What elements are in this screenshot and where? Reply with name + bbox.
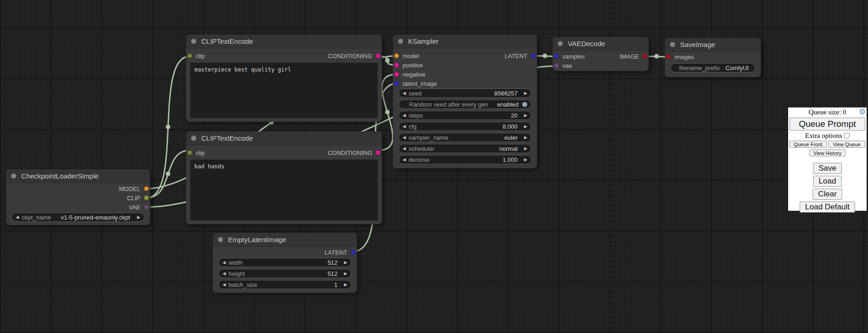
widget-width[interactable]: ◀ width 512 ▶ — [218, 258, 351, 267]
decrement-arrow-icon[interactable]: ◀ — [403, 147, 406, 151]
load-button[interactable]: Load — [813, 176, 842, 187]
collapse-dot-icon[interactable] — [11, 173, 16, 178]
output-dot-latent[interactable] — [351, 250, 356, 255]
widget-denoise[interactable]: ◀ denoise 1.000 ▶ — [398, 155, 531, 164]
widget-value: 8566257 — [494, 90, 518, 97]
widget-filename-prefix[interactable]: filename_prefix ComfyUI — [670, 63, 755, 72]
toggle-dot-icon[interactable] — [522, 102, 527, 107]
output-dot-latent[interactable] — [531, 54, 536, 58]
input-dot-negative[interactable] — [394, 72, 399, 77]
increment-arrow-icon[interactable]: ▶ — [524, 125, 527, 129]
increment-arrow-icon[interactable]: ▶ — [524, 136, 527, 140]
node-checkpoint-loader[interactable]: CheckpointLoaderSimple MODEL CLIP VAE ◀ … — [6, 169, 150, 225]
queue-prompt-button[interactable]: Queue Prompt — [790, 118, 865, 131]
positive-prompt-textarea[interactable]: masterpiece best quality girl — [190, 63, 378, 118]
input-dot-latent-image[interactable] — [394, 81, 399, 86]
node-empty-latent-image[interactable]: EmptyLatentImage LATENT ◀ width 512 ▶ ◀ … — [213, 233, 357, 293]
collapse-dot-icon[interactable] — [558, 41, 563, 46]
output-label: CONDITIONING — [328, 149, 372, 156]
decrement-arrow-icon[interactable]: ◀ — [403, 158, 406, 162]
widget-label: scheduler — [409, 145, 434, 152]
widget-batch-size[interactable]: ◀ batch_size 1 ▶ — [218, 280, 351, 289]
input-label: model — [403, 53, 419, 59]
decrement-arrow-icon[interactable]: ◀ — [16, 215, 19, 220]
extra-options-checkbox[interactable] — [844, 133, 850, 138]
collapse-dot-icon[interactable] — [218, 237, 223, 242]
output-label: VAE — [129, 204, 140, 211]
increment-arrow-icon[interactable]: ▶ — [524, 91, 527, 95]
node-clip-positive-titlebar[interactable]: CLIPTextEncode — [186, 35, 382, 48]
widget-value: 1 — [334, 281, 338, 288]
clear-button[interactable]: Clear — [813, 189, 843, 200]
output-dot-conditioning[interactable] — [376, 54, 380, 58]
decrement-arrow-icon[interactable]: ◀ — [223, 283, 226, 287]
collapse-dot-icon[interactable] — [670, 42, 675, 47]
increment-arrow-icon[interactable]: ▶ — [524, 158, 527, 162]
node-clip-text-encode-positive[interactable]: CLIPTextEncode clip CONDITIONING masterp… — [186, 35, 382, 122]
collapse-dot-icon[interactable] — [398, 39, 403, 44]
graph-canvas[interactable]: { "canvas": { "background": "#222222", "… — [0, 0, 868, 333]
node-vae-decode-titlebar[interactable]: VAEDecode — [553, 37, 649, 51]
widget-cfg[interactable]: ◀ cfg 8.000 ▶ — [398, 122, 531, 131]
widget-scheduler[interactable]: ◀ scheduler normal ▶ — [398, 144, 531, 153]
queue-front-button[interactable]: Queue Front — [790, 141, 827, 148]
decrement-arrow-icon[interactable]: ◀ — [223, 272, 226, 276]
input-dot-model[interactable] — [394, 54, 399, 58]
output-dot-clip[interactable] — [144, 196, 149, 200]
load-default-button[interactable]: Load Default — [800, 202, 855, 213]
increment-arrow-icon[interactable]: ▶ — [344, 272, 347, 276]
decrement-arrow-icon[interactable]: ◀ — [403, 91, 406, 95]
collapse-dot-icon[interactable] — [191, 39, 196, 44]
widget-random-seed-toggle[interactable]: Random seed after every gen enabled — [398, 100, 531, 109]
input-dot-samples[interactable] — [554, 54, 559, 59]
node-clip-negative-titlebar[interactable]: CLIPTextEncode — [186, 131, 382, 145]
widget-ckpt-name[interactable]: ◀ ckpt_name v1-5-pruned-emaonly.ckpt ▶ — [12, 213, 145, 222]
decrement-arrow-icon[interactable]: ◀ — [403, 113, 406, 118]
widget-sampler-name[interactable]: ◀ sampler_name euler ▶ — [398, 133, 531, 142]
increment-arrow-icon[interactable]: ▶ — [344, 261, 347, 265]
node-save-image-titlebar[interactable]: SaveImage — [665, 38, 761, 52]
node-ksampler[interactable]: KSampler model LATENT positive negative … — [393, 35, 537, 168]
node-vae-decode[interactable]: VAEDecode samples IMAGE vae — [553, 37, 649, 71]
input-dot-positive[interactable] — [394, 63, 399, 67]
input-label: vae — [562, 62, 572, 69]
input-dot-vae[interactable] — [554, 63, 559, 68]
decrement-arrow-icon[interactable]: ◀ — [403, 125, 406, 129]
view-queue-button[interactable]: View Queue — [828, 141, 866, 148]
node-checkpoint-loader-titlebar[interactable]: CheckpointLoaderSimple — [6, 169, 150, 183]
input-dot-clip[interactable] — [187, 54, 192, 58]
node-save-image[interactable]: SaveImage images filename_prefix ComfyUI — [665, 38, 761, 77]
output-dot-vae[interactable] — [144, 205, 149, 209]
negative-prompt-textarea[interactable]: bad hands — [190, 160, 378, 220]
node-empty-latent-titlebar[interactable]: EmptyLatentImage — [213, 233, 357, 247]
output-dot-image[interactable] — [643, 54, 647, 59]
increment-arrow-icon[interactable]: ▶ — [524, 113, 527, 118]
queue-panel: Queue size: 0 ⚙ Queue Prompt Extra optio… — [788, 107, 867, 211]
widget-value: v1-5-pruned-emaonly.ckpt — [61, 214, 130, 221]
node-ksampler-titlebar[interactable]: KSampler — [393, 35, 537, 48]
widget-steps[interactable]: ◀ steps 20 ▶ — [398, 111, 531, 120]
decrement-arrow-icon[interactable]: ◀ — [223, 261, 226, 265]
widget-seed[interactable]: ◀ seed 8566257 ▶ — [398, 89, 531, 98]
node-clip-text-encode-negative[interactable]: CLIPTextEncode clip CONDITIONING bad han… — [186, 131, 382, 224]
increment-arrow-icon[interactable]: ▶ — [524, 147, 527, 151]
increment-arrow-icon[interactable]: ▶ — [344, 283, 347, 287]
input-dot-clip[interactable] — [187, 150, 192, 155]
widget-label: Random seed after every gen — [409, 101, 488, 108]
widget-label: filename_prefix — [679, 65, 720, 71]
output-dot-model[interactable] — [144, 186, 149, 191]
node-title: VAEDecode — [568, 40, 605, 48]
view-history-button[interactable]: View History — [809, 149, 845, 156]
widget-label: batch_size — [229, 281, 257, 288]
decrement-arrow-icon[interactable]: ◀ — [403, 136, 406, 140]
save-button[interactable]: Save — [813, 163, 842, 174]
output-dot-conditioning[interactable] — [376, 150, 380, 155]
input-label: negative — [403, 71, 425, 78]
collapse-dot-icon[interactable] — [191, 136, 196, 141]
widget-value: 512 — [327, 270, 338, 277]
widget-height[interactable]: ◀ height 512 ▶ — [218, 269, 351, 278]
widget-label: seed — [409, 90, 422, 97]
input-dot-images[interactable] — [666, 54, 671, 59]
increment-arrow-icon[interactable]: ▶ — [137, 215, 140, 220]
settings-gear-icon[interactable]: ⚙ — [859, 108, 866, 116]
